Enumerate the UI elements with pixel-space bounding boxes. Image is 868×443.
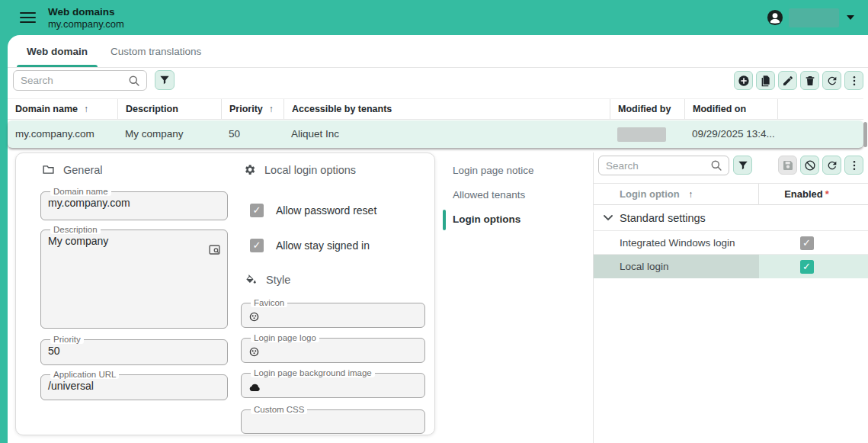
- filter-icon: [737, 159, 749, 172]
- col-tenants[interactable]: Accessible by tenants: [283, 99, 610, 119]
- add-circle-icon: [738, 75, 750, 87]
- tab-bar: Web domain Custom translations: [8, 35, 868, 68]
- save-icon: [782, 159, 794, 172]
- chevron-down-icon: [847, 15, 854, 20]
- col-modified-by[interactable]: Modified by: [610, 99, 684, 119]
- login-page-logo-field[interactable]: Login page logo: [241, 333, 425, 363]
- col-enabled: Enabled*: [759, 184, 868, 205]
- enabled-checkbox[interactable]: [800, 236, 814, 250]
- menu-icon[interactable]: [20, 9, 36, 26]
- sort-ascending-icon: ↑: [269, 104, 274, 114]
- copy-icon: [760, 75, 772, 87]
- enabled-checkbox[interactable]: [800, 260, 814, 274]
- login-options-search-input[interactable]: [599, 160, 710, 172]
- app-header: Web domains my.company.com: [0, 0, 868, 35]
- priority-value: 50: [48, 345, 220, 358]
- allow-stay-signed-in-row: Allow stay signed in: [250, 239, 370, 252]
- nav-item-allowed-tenants[interactable]: Allowed tenants: [453, 185, 525, 206]
- pencil-icon: [782, 75, 794, 87]
- user-name-redacted: [789, 8, 839, 27]
- search-icon: [128, 75, 140, 87]
- login-options-panel: Login option ↑ Enabled* Standard setting…: [593, 152, 868, 443]
- cell-domain-name: my.company.com: [8, 120, 117, 148]
- more-vert-icon: [848, 75, 860, 87]
- modified-by-redacted: [617, 127, 666, 142]
- domains-toolbar: [13, 70, 863, 91]
- trash-icon: [804, 75, 816, 87]
- refresh-icon: [826, 75, 838, 87]
- page-title: Web domains: [48, 6, 124, 18]
- login-options-table-header: Login option ↑ Enabled*: [594, 183, 868, 205]
- user-menu[interactable]: [767, 0, 854, 35]
- active-nav-indicator: [443, 210, 446, 230]
- col-domain-name[interactable]: Domain name↑: [8, 99, 117, 119]
- cell-modified-on: 09/29/2025 13:4...: [684, 120, 777, 148]
- allow-password-reset-checkbox[interactable]: [250, 204, 264, 217]
- application-url-value: /universal: [48, 380, 220, 393]
- domain-form-card: General Domain name my.company.com Descr…: [15, 152, 435, 435]
- cell-description: My company: [117, 120, 221, 148]
- filter-button[interactable]: [733, 156, 752, 175]
- allow-stay-signed-in-checkbox[interactable]: [250, 239, 264, 252]
- nav-item-login-page-notice[interactable]: Login page notice: [453, 160, 534, 181]
- local-login-options-header: Local login options: [243, 163, 356, 176]
- col-description[interactable]: Description: [117, 99, 221, 119]
- duplicate-button[interactable]: [756, 71, 775, 90]
- table-scrollbar[interactable]: [863, 122, 867, 147]
- login-options-search: [598, 156, 729, 175]
- domain-row-selected[interactable]: my.company.com My company 50 Aliquet Inc…: [8, 120, 863, 148]
- cancel-button[interactable]: [800, 156, 819, 175]
- image-blob-icon: [249, 384, 261, 392]
- domains-search: [13, 70, 147, 91]
- domain-name-field[interactable]: Domain name my.company.com: [40, 187, 228, 220]
- application-url-field[interactable]: Application URL /universal: [40, 370, 228, 400]
- nav-item-login-options[interactable]: Login options: [453, 209, 520, 230]
- sort-ascending-icon: ↑: [688, 189, 693, 200]
- cell-tenants: Aliquet Inc: [283, 120, 610, 148]
- group-row-standard-settings[interactable]: Standard settings: [594, 205, 868, 231]
- priority-field[interactable]: Priority 50: [40, 335, 228, 365]
- edit-button[interactable]: [778, 71, 797, 90]
- col-empty: [777, 99, 863, 119]
- domains-search-input[interactable]: [14, 75, 128, 86]
- description-value: My company: [48, 235, 220, 248]
- add-button[interactable]: [734, 71, 753, 90]
- col-modified-on[interactable]: Modified on: [684, 99, 777, 119]
- filter-icon: [159, 74, 171, 86]
- general-section-header: General: [42, 163, 103, 176]
- delete-button[interactable]: [800, 71, 819, 90]
- save-button[interactable]: [778, 156, 797, 175]
- refresh-button[interactable]: [822, 71, 841, 90]
- ink-icon: [245, 273, 258, 286]
- login-page-background-image-field[interactable]: Login page background image: [241, 368, 425, 398]
- col-priority[interactable]: Priority↑: [221, 99, 283, 119]
- description-field[interactable]: Description My company: [40, 225, 228, 329]
- more-vert-icon: [848, 159, 860, 172]
- image-placeholder-icon: [249, 312, 259, 322]
- cell-priority: 50: [221, 120, 283, 148]
- cell-modified-by: [610, 120, 684, 148]
- image-placeholder-icon: [249, 347, 259, 357]
- detail-area: General Domain name my.company.com Descr…: [8, 152, 868, 443]
- more-button[interactable]: [844, 71, 863, 90]
- more-button[interactable]: [844, 156, 863, 175]
- required-marker: *: [825, 188, 829, 200]
- tab-custom-translations[interactable]: Custom translations: [99, 35, 213, 67]
- login-option-row-selected[interactable]: Local login: [594, 255, 868, 278]
- refresh-icon: [826, 159, 838, 172]
- login-option-row[interactable]: Integrated Windows login: [594, 231, 868, 255]
- filter-button[interactable]: [155, 70, 175, 90]
- allow-password-reset-row: Allow password reset: [250, 204, 376, 217]
- favicon-field[interactable]: Favicon: [241, 298, 425, 328]
- col-login-option[interactable]: Login option ↑: [594, 184, 759, 205]
- custom-css-field[interactable]: Custom CSS: [241, 405, 425, 434]
- open-editor-icon[interactable]: [208, 243, 221, 256]
- refresh-button[interactable]: [822, 156, 841, 175]
- sort-ascending-icon: ↑: [84, 104, 88, 114]
- tab-web-domain[interactable]: Web domain: [15, 35, 99, 67]
- folder-icon: [42, 163, 55, 176]
- chevron-down-icon: [604, 215, 613, 221]
- page-subtitle: my.company.com: [48, 18, 124, 30]
- block-icon: [804, 159, 816, 172]
- main-content-card: Web domain Custom translations: [8, 35, 868, 443]
